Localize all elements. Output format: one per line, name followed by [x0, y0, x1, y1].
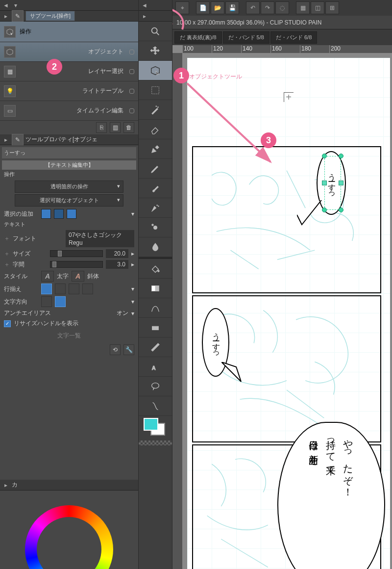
cube-cursor-icon: [4, 46, 16, 58]
svg-point-7: [152, 224, 154, 226]
panel-back[interactable]: ◄: [2, 1, 10, 9]
resize-label: リサイズハンドルを表示: [14, 319, 78, 328]
subtool-menu[interactable]: ▸: [2, 12, 10, 20]
copy-icon[interactable]: ⎘: [96, 122, 107, 133]
balloon-big[interactable]: 今日は新曲を 持って来て やったぞ！: [277, 422, 385, 569]
tool-operation[interactable]: [139, 61, 172, 80]
svg-point-3: [156, 105, 157, 106]
canvas-page[interactable]: + うーすっ うーすっ 今日は新曲を 持って来て やったぞ！: [187, 58, 390, 569]
tab-1[interactable]: だ・バンド 5/8: [223, 31, 270, 44]
align-just[interactable]: [82, 284, 93, 294]
tool-line[interactable]: [139, 298, 172, 318]
cube-cursor-icon: [4, 26, 16, 38]
tool-fill[interactable]: [139, 259, 172, 279]
align-mid[interactable]: [55, 284, 66, 294]
tool-eraser[interactable]: [139, 120, 172, 139]
svg-point-8: [158, 270, 160, 272]
space-value[interactable]: 3.0: [106, 260, 128, 269]
dir-h[interactable]: [41, 296, 52, 307]
tool-shape[interactable]: [139, 318, 172, 337]
space-slider[interactable]: [50, 261, 103, 268]
tool-gradient[interactable]: [139, 279, 172, 298]
charlist-button[interactable]: 文字一覧: [57, 332, 81, 340]
bulb-icon: 💡: [4, 85, 16, 97]
redo-icon[interactable]: ↷: [261, 1, 274, 14]
size-value[interactable]: 20.0: [106, 249, 128, 258]
addsel-mode-1[interactable]: [41, 209, 51, 219]
clear-icon[interactable]: ◌: [275, 1, 289, 14]
resize-check[interactable]: ✓: [4, 320, 11, 327]
subtool-item-layer-select[interactable]: ▦ レイヤー選択: [0, 62, 138, 81]
undo-icon[interactable]: ↶: [246, 1, 260, 14]
tool-pen[interactable]: [139, 139, 172, 159]
layer-icon: ▦: [4, 66, 16, 78]
color-wheel[interactable]: [0, 491, 138, 569]
tool-blend[interactable]: [139, 237, 172, 257]
tool-correct[interactable]: [139, 396, 172, 416]
editing-banner: 【テキスト編集中】: [2, 160, 136, 170]
trash-icon[interactable]: 🗑: [123, 122, 134, 133]
tool-icon: ✎: [12, 10, 24, 22]
new-icon[interactable]: 📄: [196, 1, 210, 14]
tool-text[interactable]: A: [139, 357, 172, 377]
align-label: 行揃え: [4, 285, 38, 293]
tool-wand[interactable]: [139, 100, 172, 120]
selectable-obj-select[interactable]: 選択可能なオブジェクト: [15, 194, 123, 207]
text-value-input[interactable]: うーすっ: [2, 147, 136, 158]
bold-toggle[interactable]: A: [41, 271, 54, 282]
subtool-item-timeline[interactable]: ▭ タイムライン編集: [0, 101, 138, 121]
align-bot[interactable]: [69, 284, 79, 294]
tool-zoom[interactable]: [139, 22, 172, 41]
open-icon[interactable]: 📂: [211, 1, 224, 14]
color-swatch[interactable]: [139, 416, 172, 440]
tool-airbrush[interactable]: [139, 198, 172, 218]
save-icon[interactable]: 💾: [225, 1, 239, 14]
tool-ruler[interactable]: [139, 337, 172, 357]
panel-collapse[interactable]: ▾: [12, 1, 20, 9]
pen-icon: ✎: [12, 134, 24, 146]
reset-icon[interactable]: ⟲: [110, 344, 121, 355]
subtool-group-operation[interactable]: 操作: [0, 22, 138, 42]
size-slider[interactable]: [50, 250, 103, 257]
dir-v[interactable]: [55, 296, 66, 307]
tool-pencil[interactable]: [139, 159, 172, 179]
tab-2[interactable]: だ・バンド 6/8: [270, 31, 317, 44]
addsel-label: 選択の追加: [4, 210, 38, 218]
tool-marquee[interactable]: [139, 80, 172, 100]
sel-inv-icon[interactable]: ⊞: [325, 1, 339, 14]
toolbar-menu[interactable]: ▸: [141, 12, 148, 20]
sel-all-icon[interactable]: ▦: [296, 1, 310, 14]
italic-toggle[interactable]: A: [72, 271, 84, 282]
aa-value[interactable]: オン: [117, 309, 128, 317]
toolprop-title: ツールプロパティ[オブジェ: [25, 135, 98, 144]
toolbar-collapse[interactable]: ◄: [141, 1, 148, 9]
tool-balloon[interactable]: [139, 377, 172, 396]
subtool-item-object[interactable]: オブジェクト: [0, 42, 138, 62]
subtool-item-light-table[interactable]: 💡 ライトテーブル: [0, 81, 138, 101]
addsel-mode-3[interactable]: [67, 209, 76, 219]
svg-rect-11: [152, 326, 159, 330]
font-label: フォント: [13, 234, 47, 243]
align-top[interactable]: [41, 284, 52, 294]
space-label: 字間: [13, 260, 47, 269]
addsel-mode-2[interactable]: [54, 209, 64, 219]
text-selection[interactable]: [324, 156, 341, 210]
tool-move[interactable]: [139, 41, 172, 61]
subtool-title: サブツール[操作]: [25, 11, 75, 21]
svg-point-0: [152, 27, 157, 33]
font-select[interactable]: 07やさしさゴシック Regu: [66, 230, 134, 247]
subtool-group-label: 操作: [20, 27, 31, 36]
color-menu[interactable]: ▸: [2, 481, 10, 489]
tool-deco[interactable]: [139, 218, 172, 237]
tab-0[interactable]: だ 裏表紙(裏)/8: [174, 31, 222, 44]
transparent-op-select[interactable]: 透明箇所の操作: [15, 181, 123, 193]
svg-point-5: [158, 206, 159, 207]
tool-brush[interactable]: [139, 179, 172, 198]
toolprop-menu[interactable]: ▸: [2, 136, 10, 144]
duplicate-icon[interactable]: ▥: [110, 122, 121, 133]
wrench-icon[interactable]: 🔧: [123, 344, 134, 355]
ruler-vertical: [172, 53, 182, 569]
clip-icon[interactable]: ⌖: [175, 1, 189, 14]
group-text: テキスト: [0, 220, 138, 229]
sel-clear-icon[interactable]: ◫: [311, 1, 324, 14]
